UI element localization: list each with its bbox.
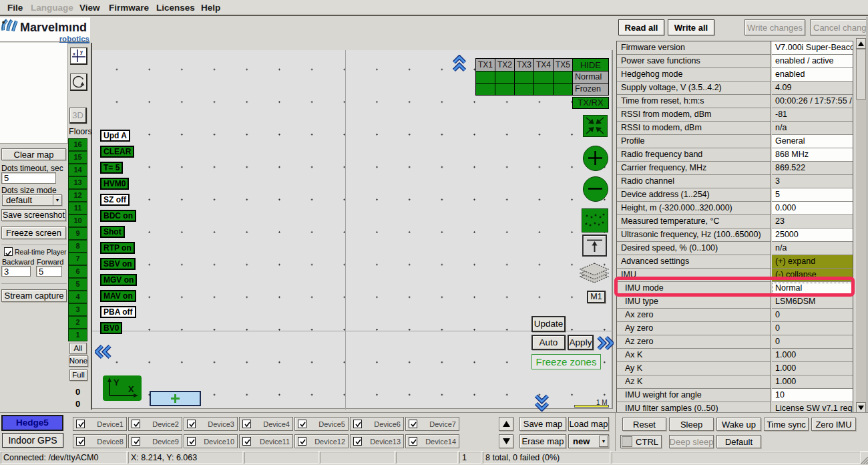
svg-text:x: x — [73, 51, 75, 56]
svg-text:Y: Y — [114, 377, 120, 388]
svg-text:y: y — [80, 49, 83, 55]
svg-text:X: X — [128, 384, 134, 394]
